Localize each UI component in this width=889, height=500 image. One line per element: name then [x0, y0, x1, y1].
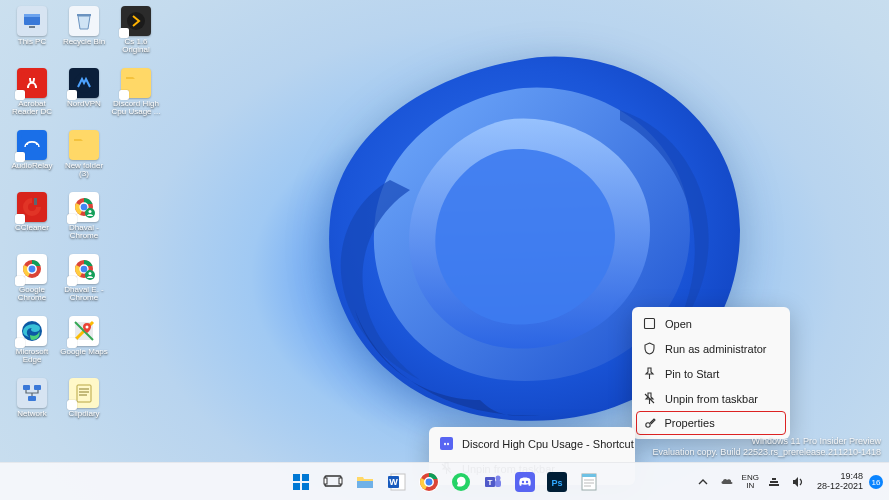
svg-rect-2 [29, 26, 35, 28]
ccleaner-icon [17, 192, 47, 222]
svg-rect-57 [495, 480, 501, 487]
svg-rect-7 [21, 134, 43, 156]
svg-point-36 [447, 443, 449, 445]
system-tray: ENGIN 19:4828-12-2021 16 [694, 463, 883, 500]
desktop-icon-google-chrome[interactable]: Google Chrome [6, 252, 58, 314]
menu-item-label: Discord High Cpu Usage - Shortcut [462, 438, 634, 450]
desktop-icon-nordvpn[interactable]: NordVPN [58, 66, 110, 128]
icon-label: Acrobat Reader DC [7, 100, 57, 117]
svg-rect-45 [357, 481, 373, 488]
ctx-main-admin[interactable]: Run as administrator [636, 336, 786, 361]
dhaval2-chrome-icon [69, 254, 99, 284]
svg-rect-26 [28, 396, 36, 401]
taskbar-photoshop[interactable]: Ps [543, 468, 571, 496]
ctx-main-open[interactable]: Open [636, 311, 786, 336]
svg-rect-39 [302, 474, 309, 481]
svg-rect-44 [339, 478, 342, 484]
icon-label: New folder (3) [59, 162, 109, 179]
google-chrome-icon [17, 254, 47, 284]
taskbar-task-view[interactable] [319, 468, 347, 496]
tray-chevron-up[interactable] [694, 473, 712, 491]
desktop-icon-audiorelay[interactable]: AudioRelay [6, 128, 58, 190]
desktop-icon-dhaval2-chrome[interactable]: Dhaval E. - Chrome [58, 252, 110, 314]
svg-text:Ps: Ps [551, 478, 562, 488]
unpin-icon [642, 391, 657, 406]
desktop-icon-network[interactable]: Network [6, 376, 58, 438]
desktop-icon-recycle-bin[interactable]: Recycle Bin [58, 4, 110, 66]
icon-label: CCleaner [15, 224, 49, 232]
svg-rect-43 [324, 478, 327, 484]
icon-label: Cs 1.6 Original [111, 38, 161, 55]
network-icon [17, 378, 47, 408]
dhaval-chrome-icon [69, 192, 99, 222]
svg-point-12 [89, 210, 92, 213]
svg-rect-34 [440, 437, 453, 450]
svg-text:W: W [389, 477, 398, 487]
desktop-icon-cs-original[interactable]: Cs 1.6 Original [110, 4, 162, 66]
discord-icon [439, 436, 454, 451]
ctx-main-unpin[interactable]: Unpin from taskbar [636, 386, 786, 411]
svg-rect-27 [77, 385, 91, 402]
taskbar-word[interactable]: W [383, 468, 411, 496]
svg-rect-40 [293, 483, 300, 490]
desktop-icon-dhaval-chrome[interactable]: Dhaval - Chrome [58, 190, 110, 252]
svg-rect-1 [24, 14, 40, 17]
menu-item-label: Open [665, 318, 692, 330]
taskbar-teams[interactable]: T [479, 468, 507, 496]
desktop-icon-acrobat[interactable]: Acrobat Reader DC [6, 66, 58, 128]
menu-item-label: Run as administrator [665, 343, 767, 355]
desktop-icon-edge[interactable]: Microsoft Edge [6, 314, 58, 376]
icon-label: Network [17, 410, 46, 418]
svg-text:T: T [487, 478, 492, 487]
ctx-tb-discord[interactable]: Discord High Cpu Usage - Shortcut [433, 431, 631, 456]
svg-rect-3 [77, 14, 91, 16]
notification-badge[interactable]: 16 [869, 475, 883, 489]
taskbar-discord[interactable] [511, 468, 539, 496]
svg-point-20 [89, 272, 92, 275]
admin-icon [642, 341, 657, 356]
taskbar-notepad[interactable] [575, 468, 603, 496]
svg-rect-8 [34, 198, 37, 205]
desktop-icon-ccleaner[interactable]: CCleaner [6, 190, 58, 252]
svg-point-33 [645, 422, 649, 426]
taskbar: WTPs ENGIN 19:4828-12-2021 16 [0, 462, 889, 500]
clock[interactable]: 19:4828-12-2021 [817, 472, 863, 492]
network-icon[interactable] [765, 473, 783, 491]
svg-point-35 [444, 443, 446, 445]
language-indicator[interactable]: ENGIN [742, 474, 759, 490]
ctx-main-props[interactable]: Properties [636, 411, 786, 435]
desktop-icon-clipdiary[interactable]: Clipdiary [58, 376, 110, 438]
icon-label: Google Maps [60, 348, 108, 356]
icon-label: Google Chrome [7, 286, 57, 303]
clipdiary-icon [69, 378, 99, 408]
desktop-icon-discord-shortcut[interactable]: Discord High Cpu Usage ... [110, 66, 162, 128]
svg-rect-64 [582, 474, 596, 477]
ctx-main-pin[interactable]: Pin to Start [636, 361, 786, 386]
icon-label: Microsoft Edge [7, 348, 57, 365]
volume-icon[interactable] [789, 473, 807, 491]
icon-label: Dhaval - Chrome [59, 224, 109, 241]
taskbar-whatsapp[interactable] [447, 468, 475, 496]
svg-point-60 [525, 480, 527, 482]
taskbar-start-button[interactable] [287, 468, 315, 496]
desktop-icon-google-maps[interactable]: Google Maps [58, 314, 110, 376]
icon-label: AudioRelay [12, 162, 53, 170]
menu-item-label: Properties [665, 417, 715, 429]
svg-rect-31 [645, 319, 655, 329]
props-icon [642, 416, 657, 431]
discord-shortcut-icon [121, 68, 151, 98]
onedrive-icon[interactable] [718, 473, 736, 491]
icon-label: Recycle Bin [63, 38, 105, 46]
icon-label: Dhaval E. - Chrome [59, 286, 109, 303]
svg-point-56 [495, 475, 500, 480]
menu-item-label: Pin to Start [665, 368, 719, 380]
svg-rect-24 [23, 385, 30, 390]
menu-item-label: Unpin from taskbar [665, 393, 758, 405]
taskbar-chrome[interactable] [415, 468, 443, 496]
taskbar-explorer[interactable] [351, 468, 379, 496]
windows-watermark: Windows 11 Pro Insider Preview Evaluatio… [653, 436, 882, 459]
desktop-icon-this-pc[interactable]: This PC [6, 4, 58, 66]
this-pc-icon [17, 6, 47, 36]
icon-label: Discord High Cpu Usage ... [111, 100, 161, 117]
desktop-icon-new-folder[interactable]: New folder (3) [58, 128, 110, 190]
